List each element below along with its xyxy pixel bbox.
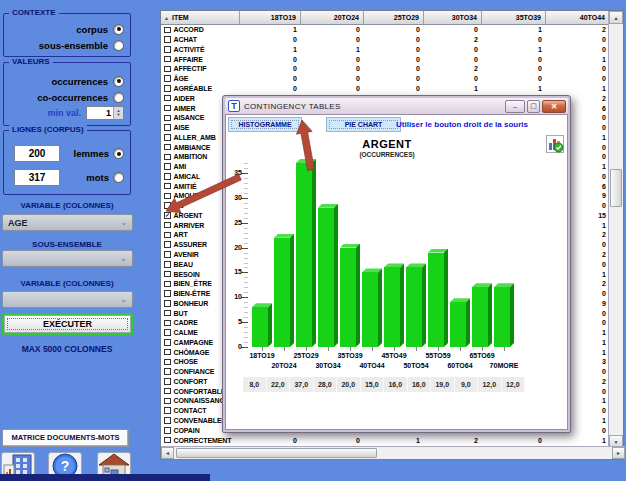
item-checkbox[interactable]	[164, 378, 171, 385]
sous-ensemble-dropdown[interactable]: ⌄	[2, 250, 133, 267]
item-checkbox[interactable]: ✓	[164, 212, 171, 219]
item-checkbox[interactable]	[164, 407, 171, 414]
item-checkbox[interactable]	[164, 163, 171, 170]
bar[interactable]	[428, 253, 444, 347]
item-checkbox[interactable]	[164, 437, 171, 444]
matrice-documents-mots-button[interactable]: MATRICE DOCUMENTS-MOTS	[2, 429, 129, 447]
column-header[interactable]: 40TO44	[546, 11, 610, 25]
item-checkbox[interactable]	[164, 173, 171, 180]
vertical-scrollbar[interactable]: ▲ ▼	[608, 11, 623, 448]
item-checkbox[interactable]	[164, 154, 171, 161]
bar[interactable]	[318, 208, 334, 347]
vertical-scroll-thumb[interactable]	[610, 169, 622, 207]
item-checkbox[interactable]	[164, 56, 171, 63]
item-checkbox[interactable]	[164, 66, 171, 73]
item-checkbox[interactable]	[164, 427, 171, 434]
table-row[interactable]: ACCORD100012	[161, 25, 610, 35]
popup-titlebar[interactable]: T CONTINGENCY TABLES – ▢ ✕	[225, 98, 568, 114]
maximize-button[interactable]: ▢	[527, 100, 540, 113]
item-checkbox[interactable]	[164, 144, 171, 151]
occurrences-radio[interactable]	[113, 76, 124, 87]
spinner-arrows-icon[interactable]: ▲▼	[113, 107, 123, 119]
sous-ensemble-option[interactable]: sous-ensemble	[39, 39, 124, 51]
executer-button[interactable]: EXÉCUTER	[4, 315, 131, 333]
bar[interactable]	[450, 302, 466, 347]
close-button[interactable]: ✕	[542, 100, 566, 113]
bar[interactable]	[494, 287, 510, 347]
corpus-option[interactable]: corpus	[76, 23, 124, 35]
table-row[interactable]: CORRECTEMENT001201	[161, 435, 610, 445]
bar[interactable]	[340, 248, 356, 347]
variable1-dropdown[interactable]: AGE ⌄	[2, 214, 133, 231]
column-header[interactable]: 35TO39	[482, 11, 546, 25]
bar[interactable]	[274, 238, 290, 347]
column-header[interactable]: 18TO19	[240, 11, 301, 25]
item-checkbox[interactable]	[164, 36, 171, 43]
minimize-button[interactable]: –	[505, 100, 525, 113]
item-checkbox[interactable]	[164, 261, 171, 268]
item-checkbox[interactable]	[164, 329, 171, 336]
scroll-right-icon[interactable]: ►	[612, 447, 625, 459]
item-checkbox[interactable]	[164, 281, 171, 288]
item-checkbox[interactable]	[164, 222, 171, 229]
item-checkbox[interactable]	[164, 359, 171, 366]
item-checkbox[interactable]	[164, 115, 171, 122]
lemmes-radio[interactable]	[113, 148, 124, 159]
co-occurrences-radio[interactable]	[113, 92, 124, 103]
item-checkbox[interactable]	[164, 417, 171, 424]
horizontal-scrollbar[interactable]: ◄ ►	[161, 446, 625, 459]
item-checkbox[interactable]	[164, 134, 171, 141]
mots-count-input[interactable]: 317	[14, 169, 60, 186]
horizontal-scroll-thumb[interactable]	[176, 448, 377, 458]
item-checkbox[interactable]	[164, 320, 171, 327]
table-row[interactable]: ÂGE000000	[161, 74, 610, 84]
item-checkbox[interactable]	[164, 75, 171, 82]
table-row[interactable]: AFFAIRE000001	[161, 54, 610, 64]
item-checkbox[interactable]	[164, 46, 171, 53]
co-occurrences-option[interactable]: co-occurrences	[37, 91, 124, 103]
bar[interactable]	[252, 307, 268, 347]
item-checkbox[interactable]	[164, 95, 171, 102]
item-checkbox[interactable]	[164, 310, 171, 317]
item-checkbox[interactable]	[164, 388, 171, 395]
bar[interactable]	[384, 267, 400, 347]
item-checkbox[interactable]	[164, 232, 171, 239]
lemmes-count-input[interactable]: 200	[14, 145, 60, 162]
item-checkbox[interactable]	[164, 300, 171, 307]
sous-ensemble-radio[interactable]	[113, 40, 124, 51]
bar[interactable]	[362, 272, 378, 347]
column-header-item[interactable]: ▲ ITEM	[161, 11, 240, 25]
corpus-radio[interactable]	[113, 24, 124, 35]
item-checkbox[interactable]	[164, 290, 171, 297]
column-header[interactable]: 30TO34	[424, 11, 482, 25]
table-row[interactable]: ACHAT000200	[161, 35, 610, 45]
item-checkbox[interactable]	[164, 398, 171, 405]
table-row[interactable]: ACTIVITÉ110010	[161, 45, 610, 55]
item-checkbox[interactable]	[164, 271, 171, 278]
item-checkbox[interactable]	[164, 349, 171, 356]
table-row[interactable]: AFFECTIF000200	[161, 64, 610, 74]
item-checkbox[interactable]	[164, 251, 171, 258]
scroll-up-icon[interactable]: ▲	[609, 11, 623, 24]
item-checkbox[interactable]	[164, 183, 171, 190]
item-checkbox[interactable]	[164, 339, 171, 346]
bar[interactable]	[296, 163, 312, 347]
column-header[interactable]: 25TO29	[364, 11, 424, 25]
item-checkbox[interactable]	[164, 241, 171, 248]
bar[interactable]	[406, 267, 422, 347]
min-val-spinner[interactable]: 1 ▲▼	[86, 106, 124, 120]
column-header[interactable]: 20TO24	[301, 11, 364, 25]
item-checkbox[interactable]	[164, 124, 171, 131]
bar[interactable]	[472, 287, 488, 347]
item-checkbox[interactable]	[164, 85, 171, 92]
item-checkbox[interactable]	[164, 368, 171, 375]
scroll-left-icon[interactable]: ◄	[161, 447, 174, 459]
variable2-dropdown[interactable]: ⌄	[2, 291, 133, 308]
item-checkbox[interactable]	[164, 27, 171, 34]
item-checkbox[interactable]	[164, 193, 171, 200]
table-row[interactable]: AGRÉABLE000111	[161, 84, 610, 94]
mots-radio[interactable]	[113, 172, 124, 183]
item-checkbox[interactable]	[164, 202, 171, 209]
item-checkbox[interactable]	[164, 105, 171, 112]
occurrences-option[interactable]: occurrences	[51, 75, 124, 87]
